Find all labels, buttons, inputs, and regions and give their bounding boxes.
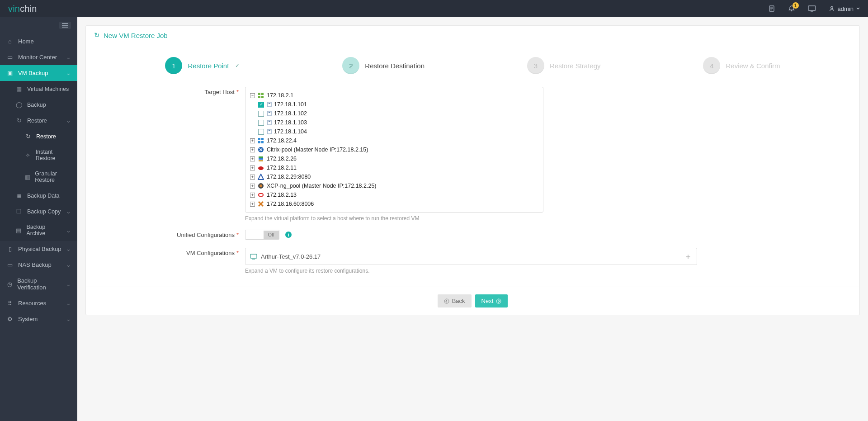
sidebar-item-label: Instant Restore [36, 149, 71, 161]
tree-checkbox[interactable] [258, 120, 264, 126]
proxmox-icon [258, 201, 264, 207]
sidebar-toggle-button[interactable] [59, 22, 71, 29]
expand-icon[interactable]: ＋ [684, 251, 692, 262]
sidebar-item-monitor-center[interactable]: ▭ Monitor Center ⌄ [0, 49, 77, 65]
tree-collapse-icon[interactable]: − [250, 93, 255, 98]
target-host-tree[interactable]: − 172.18.2.1 172.18.1.101 [245, 87, 543, 213]
sidebar-item-label: Backup Archive [26, 224, 61, 237]
toggle-value: Off [264, 231, 279, 239]
sidebar-item-backup-archive[interactable]: ▤ Backup Archive ⌄ [0, 219, 77, 241]
sidebar-item-backup-verification[interactable]: ◷ Backup Verification ⌄ [0, 273, 77, 295]
clock-icon: ◷ [6, 281, 13, 288]
bell-icon[interactable]: 1 [788, 5, 795, 12]
svg-point-39 [444, 299, 449, 303]
host-icon [267, 128, 272, 135]
display-icon[interactable] [808, 5, 816, 12]
windows-icon [258, 137, 264, 144]
sidebar-item-backup-data[interactable]: ≣ Backup Data [0, 188, 77, 203]
tree-expand-icon[interactable]: + [250, 184, 255, 189]
svg-rect-5 [808, 6, 816, 10]
tree-expand-icon[interactable]: + [250, 202, 255, 207]
vm-config-label: VM Configurations* [96, 248, 245, 274]
vm-config-row[interactable]: Arthur-Test_v7.0-26.17 ＋ [245, 248, 697, 265]
svg-rect-29 [259, 158, 263, 160]
back-button[interactable]: Back [438, 294, 472, 307]
citrix-icon [258, 147, 264, 153]
svg-rect-19 [268, 120, 271, 125]
unified-config-toggle[interactable]: Off [245, 230, 279, 240]
info-icon[interactable]: i [285, 231, 292, 238]
tree-checkbox[interactable] [258, 102, 264, 108]
step-restore-point[interactable]: 1 Restore Point ✓ [165, 57, 240, 74]
tree-node-label: 172.18.1.104 [274, 128, 307, 136]
tree-expand-icon[interactable]: + [250, 138, 255, 143]
svg-rect-16 [269, 103, 270, 104]
sidebar-item-label: Backup Verification [17, 277, 61, 291]
sidebar-item-label: NAS Backup [18, 261, 52, 268]
sidebar-item-virtual-machines[interactable]: ▦ Virtual Machines [0, 81, 77, 97]
tree-expand-icon[interactable]: + [250, 156, 255, 161]
tree-node-label: 172.18.16.60:8006 [267, 200, 314, 208]
sidebar-item-restore-job[interactable]: ↻ Restore [0, 128, 77, 144]
sidebar-item-label: System [18, 316, 38, 322]
chevron-down-icon: ⌄ [66, 208, 71, 215]
svg-rect-11 [258, 93, 260, 95]
xcp-icon [258, 183, 264, 189]
next-button[interactable]: Next [475, 294, 508, 307]
sidebar-item-instant-restore[interactable]: ✧ Instant Restore [0, 144, 77, 166]
sidebar-item-home[interactable]: ⌂ Home [0, 33, 77, 49]
svg-point-31 [258, 166, 264, 170]
svg-rect-15 [268, 102, 271, 107]
notification-badge: 1 [793, 2, 799, 9]
sidebar-item-label: Virtual Machines [27, 86, 69, 92]
user-menu[interactable]: admin [829, 5, 860, 12]
sidebar-item-label: Backup [27, 102, 46, 108]
svg-point-40 [496, 299, 501, 303]
svg-rect-24 [261, 138, 264, 140]
chevron-down-icon: ⌄ [66, 281, 71, 288]
tree-checkbox[interactable] [258, 129, 264, 135]
svg-rect-25 [258, 141, 260, 143]
archive-icon: ▤ [15, 227, 22, 234]
sidebar-item-nas-backup[interactable]: ▭ NAS Backup ⌄ [0, 257, 77, 273]
arrow-right-icon [496, 298, 501, 304]
sidebar-item-system[interactable]: ⚙ System ⌄ [0, 311, 77, 327]
svg-rect-12 [261, 93, 264, 95]
sidebar-item-restore[interactable]: ↻ Restore ⌄ [0, 113, 77, 128]
step-number: 3 [527, 57, 544, 74]
unified-config-label: Unified Configurations* [96, 230, 245, 240]
nas-icon: ▭ [6, 261, 14, 268]
vm-icon: ▣ [6, 70, 14, 76]
step-restore-destination[interactable]: 2 Restore Destination [342, 57, 425, 74]
sidebar-item-backup[interactable]: ◯ Backup [0, 97, 77, 113]
chevron-down-icon: ⌄ [66, 54, 71, 61]
sidebar-item-label: Restore [27, 118, 47, 124]
user-icon [829, 5, 835, 12]
step-review-confirm: 4 Review & Confirm [703, 57, 780, 74]
sidebar-item-granular-restore[interactable]: ▥ Granular Restore [0, 166, 77, 188]
dots-icon: ⠿ [6, 300, 14, 307]
tree-checkbox[interactable] [258, 111, 264, 117]
tree-expand-icon[interactable]: + [250, 166, 255, 170]
copy-icon: ❐ [15, 208, 23, 215]
step-label: Restore Point [188, 62, 229, 70]
sidebar-item-resources[interactable]: ⠿ Resources ⌄ [0, 295, 77, 311]
clipboard-icon[interactable] [768, 5, 775, 12]
user-label: admin [838, 5, 854, 12]
tree-expand-icon[interactable]: + [250, 147, 255, 152]
button-label: Next [481, 298, 494, 304]
sidebar-item-label: Resources [18, 300, 46, 307]
sidebar-item-label: Restore [36, 133, 56, 140]
db-icon: ≣ [15, 192, 23, 199]
tree-expand-icon[interactable]: + [250, 175, 255, 180]
sidebar-item-label: Home [18, 38, 34, 45]
sidebar-item-vm-backup[interactable]: ▣ VM Backup ⌄ [0, 65, 77, 81]
svg-rect-26 [261, 141, 264, 143]
chevron-down-icon: ⌄ [66, 261, 71, 268]
sidebar-item-backup-copy[interactable]: ❐ Backup Copy ⌄ [0, 203, 77, 219]
sidebar-item-physical-backup[interactable]: ▯ Physical Backup ⌄ [0, 241, 77, 257]
chevron-down-icon [856, 7, 860, 10]
tree-expand-icon[interactable]: + [250, 193, 255, 198]
wizard-steps: 1 Restore Point ✓ 2 Restore Destination … [96, 54, 849, 87]
tree-node-label: 172.18.1.101 [274, 100, 307, 109]
